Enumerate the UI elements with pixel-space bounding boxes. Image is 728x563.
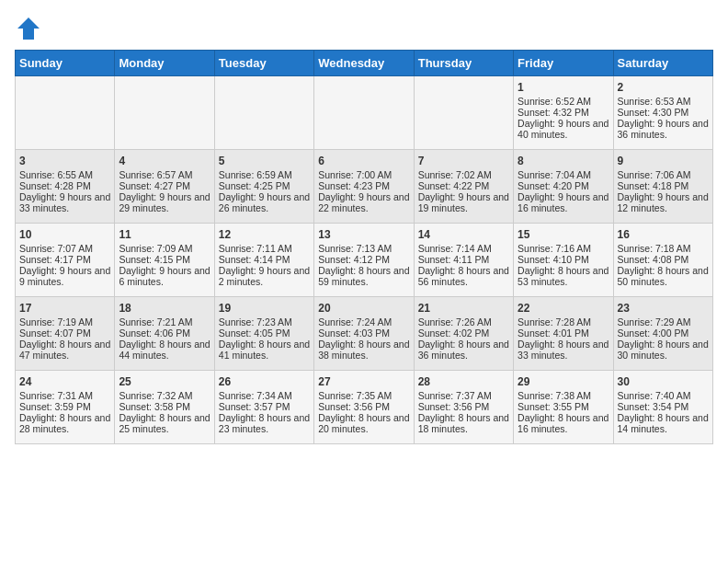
day-info: Sunset: 4:25 PM xyxy=(219,180,310,191)
day-info: Sunrise: 6:53 AM xyxy=(618,96,709,107)
calendar-cell: 25Sunrise: 7:32 AMSunset: 3:58 PMDayligh… xyxy=(115,371,214,444)
day-number: 17 xyxy=(19,302,110,315)
calendar-week-row: 3Sunrise: 6:55 AMSunset: 4:28 PMDaylight… xyxy=(16,150,713,224)
day-info: Daylight: 8 hours and 38 minutes. xyxy=(318,339,409,361)
day-number: 16 xyxy=(618,228,709,241)
calendar-cell: 15Sunrise: 7:16 AMSunset: 4:10 PMDayligh… xyxy=(514,224,613,297)
calendar-cell: 10Sunrise: 7:07 AMSunset: 4:17 PMDayligh… xyxy=(16,224,115,297)
day-info: Sunrise: 7:04 AM xyxy=(518,169,609,180)
day-info: Daylight: 8 hours and 47 minutes. xyxy=(19,339,110,361)
header-saturday: Saturday xyxy=(613,51,712,76)
day-number: 8 xyxy=(518,155,609,167)
calendar-cell: 3Sunrise: 6:55 AMSunset: 4:28 PMDaylight… xyxy=(16,150,115,224)
day-number: 19 xyxy=(219,302,310,315)
day-number: 13 xyxy=(318,228,409,241)
day-info: Sunrise: 7:18 AM xyxy=(618,243,709,254)
day-info: Sunrise: 7:14 AM xyxy=(418,243,509,254)
day-info: Sunset: 3:58 PM xyxy=(119,401,210,412)
day-info: Daylight: 8 hours and 36 minutes. xyxy=(418,339,509,361)
header-tuesday: Tuesday xyxy=(214,51,313,76)
day-info: Daylight: 9 hours and 22 minutes. xyxy=(318,191,409,213)
day-number: 9 xyxy=(618,155,709,167)
day-info: Daylight: 8 hours and 25 minutes. xyxy=(119,412,210,434)
day-info: Sunset: 4:28 PM xyxy=(19,180,110,191)
day-number: 25 xyxy=(119,375,210,388)
day-info: Sunset: 4:02 PM xyxy=(418,327,509,339)
calendar-table: SundayMondayTuesdayWednesdayThursdayFrid… xyxy=(15,50,713,444)
day-info: Sunrise: 7:31 AM xyxy=(19,390,110,401)
calendar-cell: 13Sunrise: 7:13 AMSunset: 4:12 PMDayligh… xyxy=(314,224,414,297)
day-number: 29 xyxy=(518,375,609,388)
day-info: Sunset: 4:22 PM xyxy=(418,180,509,191)
day-info: Sunrise: 7:06 AM xyxy=(618,169,709,180)
calendar-cell: 4Sunrise: 6:57 AMSunset: 4:27 PMDaylight… xyxy=(115,150,214,224)
day-info: Sunrise: 7:21 AM xyxy=(119,316,210,327)
day-info: Daylight: 9 hours and 26 minutes. xyxy=(219,191,310,213)
day-info: Sunset: 4:18 PM xyxy=(618,180,709,191)
day-info: Daylight: 8 hours and 50 minutes. xyxy=(618,265,709,287)
header-sunday: Sunday xyxy=(16,51,115,76)
calendar-cell: 2Sunrise: 6:53 AMSunset: 4:30 PMDaylight… xyxy=(613,76,712,150)
day-info: Sunset: 4:32 PM xyxy=(518,107,609,118)
day-info: Sunset: 3:55 PM xyxy=(518,401,609,412)
day-number: 30 xyxy=(618,375,709,388)
day-number: 7 xyxy=(418,155,509,167)
day-info: Daylight: 8 hours and 16 minutes. xyxy=(518,412,609,434)
day-info: Sunrise: 7:32 AM xyxy=(119,390,210,401)
day-info: Sunset: 4:20 PM xyxy=(518,180,609,191)
day-info: Sunset: 4:12 PM xyxy=(318,254,409,265)
day-number: 14 xyxy=(418,228,509,241)
day-info: Daylight: 8 hours and 14 minutes. xyxy=(618,412,709,434)
calendar-week-row: 10Sunrise: 7:07 AMSunset: 4:17 PMDayligh… xyxy=(16,224,713,297)
header-friday: Friday xyxy=(514,51,613,76)
day-info: Sunrise: 7:28 AM xyxy=(518,316,609,327)
day-info: Daylight: 9 hours and 36 minutes. xyxy=(618,118,709,140)
calendar-cell: 29Sunrise: 7:38 AMSunset: 3:55 PMDayligh… xyxy=(514,371,613,444)
day-info: Sunrise: 7:40 AM xyxy=(618,390,709,401)
calendar-cell: 8Sunrise: 7:04 AMSunset: 4:20 PMDaylight… xyxy=(514,150,613,224)
day-info: Daylight: 9 hours and 29 minutes. xyxy=(119,191,210,213)
logo xyxy=(15,15,46,42)
day-info: Sunrise: 6:57 AM xyxy=(119,169,210,180)
day-info: Sunset: 3:57 PM xyxy=(219,401,310,412)
day-info: Sunrise: 7:07 AM xyxy=(19,243,110,254)
day-number: 20 xyxy=(318,302,409,315)
calendar-cell: 24Sunrise: 7:31 AMSunset: 3:59 PMDayligh… xyxy=(16,371,115,444)
day-number: 3 xyxy=(19,155,110,167)
calendar-week-row: 17Sunrise: 7:19 AMSunset: 4:07 PMDayligh… xyxy=(16,297,713,371)
day-info: Sunrise: 6:55 AM xyxy=(19,169,110,180)
day-info: Sunrise: 7:02 AM xyxy=(418,169,509,180)
day-info: Sunset: 4:11 PM xyxy=(418,254,509,265)
calendar-cell: 26Sunrise: 7:34 AMSunset: 3:57 PMDayligh… xyxy=(214,371,313,444)
calendar-cell: 17Sunrise: 7:19 AMSunset: 4:07 PMDayligh… xyxy=(16,297,115,371)
calendar-week-row: 24Sunrise: 7:31 AMSunset: 3:59 PMDayligh… xyxy=(16,371,713,444)
day-number: 24 xyxy=(19,375,110,388)
day-info: Sunrise: 7:37 AM xyxy=(418,390,509,401)
day-info: Daylight: 8 hours and 41 minutes. xyxy=(219,339,310,361)
day-info: Sunrise: 7:11 AM xyxy=(219,243,310,254)
header-wednesday: Wednesday xyxy=(314,51,414,76)
day-number: 21 xyxy=(418,302,509,315)
day-number: 1 xyxy=(518,81,609,94)
day-info: Sunset: 4:15 PM xyxy=(119,254,210,265)
calendar-cell: 1Sunrise: 6:52 AMSunset: 4:32 PMDaylight… xyxy=(514,76,613,150)
day-info: Sunrise: 7:24 AM xyxy=(318,316,409,327)
day-info: Daylight: 8 hours and 33 minutes. xyxy=(518,339,609,361)
day-info: Sunrise: 7:29 AM xyxy=(618,316,709,327)
day-info: Sunset: 4:07 PM xyxy=(19,327,110,339)
calendar-cell: 9Sunrise: 7:06 AMSunset: 4:18 PMDaylight… xyxy=(613,150,712,224)
calendar-cell: 27Sunrise: 7:35 AMSunset: 3:56 PMDayligh… xyxy=(314,371,414,444)
day-number: 11 xyxy=(119,228,210,241)
day-info: Daylight: 9 hours and 9 minutes. xyxy=(19,265,110,287)
day-info: Sunrise: 7:38 AM xyxy=(518,390,609,401)
day-info: Sunrise: 7:35 AM xyxy=(318,390,409,401)
calendar-cell: 30Sunrise: 7:40 AMSunset: 3:54 PMDayligh… xyxy=(613,371,712,444)
day-number: 27 xyxy=(318,375,409,388)
day-info: Daylight: 8 hours and 53 minutes. xyxy=(518,265,609,287)
day-info: Sunset: 4:14 PM xyxy=(219,254,310,265)
day-info: Daylight: 8 hours and 18 minutes. xyxy=(418,412,509,434)
calendar-cell: 23Sunrise: 7:29 AMSunset: 4:00 PMDayligh… xyxy=(613,297,712,371)
day-number: 6 xyxy=(318,155,409,167)
day-info: Daylight: 9 hours and 16 minutes. xyxy=(518,191,609,213)
day-info: Daylight: 8 hours and 56 minutes. xyxy=(418,265,509,287)
